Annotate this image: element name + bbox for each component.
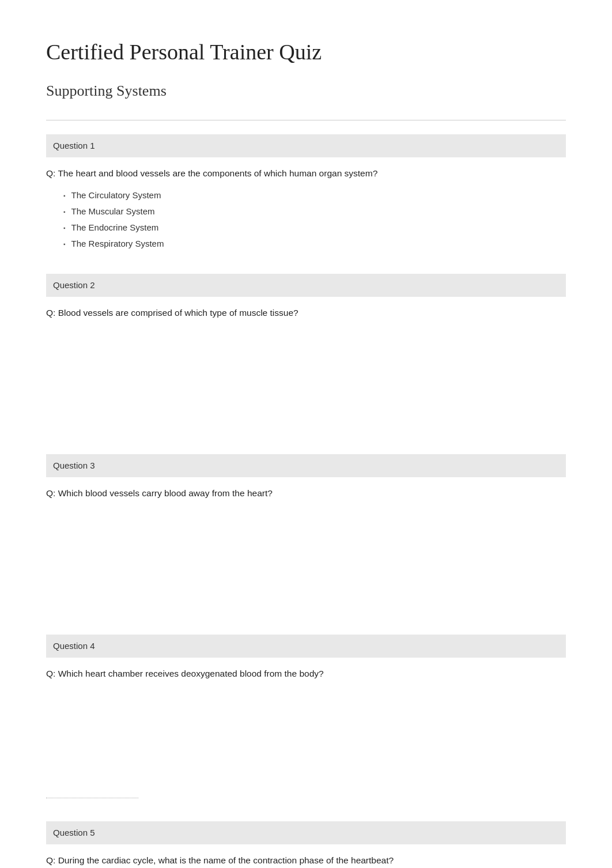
question-block-4: Question 4 Q: Which heart chamber receiv… <box>46 635 566 798</box>
question-header-4: Question 4 <box>46 635 566 658</box>
question-header-1: Question 1 <box>46 134 566 157</box>
question-text-2: Q: Blood vessels are comprised of which … <box>46 306 566 319</box>
answer-option: The Respiratory System <box>71 237 164 251</box>
answer-option: The Circulatory System <box>71 188 161 202</box>
question-label-2: Question 2 <box>53 280 95 290</box>
question-header-2: Question 2 <box>46 274 566 297</box>
question-label-3: Question 3 <box>53 461 95 470</box>
question-label-5: Question 5 <box>53 828 95 837</box>
question-text-1: Q: The heart and blood vessels are the c… <box>46 167 566 180</box>
question-block-2: Question 2 Q: Blood vessels are comprise… <box>46 274 566 431</box>
dotted-divider <box>46 798 138 798</box>
question-header-5: Question 5 <box>46 821 566 844</box>
answer-space-4 <box>46 688 566 780</box>
bullet-icon: ▪ <box>63 240 66 249</box>
answer-option: The Endocrine System <box>71 221 159 235</box>
answer-space-2 <box>46 327 566 431</box>
question-text-3: Q: Which blood vessels carry blood away … <box>46 486 566 500</box>
question-block-3: Question 3 Q: Which blood vessels carry … <box>46 454 566 612</box>
question-label-1: Question 1 <box>53 141 95 150</box>
question-block-1: Question 1 Q: The heart and blood vessel… <box>46 134 566 250</box>
question-text-4: Q: Which heart chamber receives deoxygen… <box>46 667 566 680</box>
list-item: ▪ The Endocrine System <box>63 221 566 235</box>
list-item: ▪ The Muscular System <box>63 205 566 218</box>
answer-list-1: ▪ The Circulatory System ▪ The Muscular … <box>46 188 566 251</box>
bullet-icon: ▪ <box>63 207 66 217</box>
answer-option: The Muscular System <box>71 205 155 218</box>
question-header-3: Question 3 <box>46 454 566 477</box>
question-block-5: Question 5 Q: During the cardiac cycle, … <box>46 821 566 868</box>
list-item: ▪ The Respiratory System <box>63 237 566 251</box>
page-subtitle: Supporting Systems <box>46 79 566 103</box>
divider <box>46 120 566 120</box>
page-title: Certified Personal Trainer Quiz <box>46 35 566 70</box>
bullet-icon: ▪ <box>63 224 66 233</box>
bullet-icon: ▪ <box>63 191 66 201</box>
answer-space-3 <box>46 508 566 612</box>
question-label-4: Question 4 <box>53 641 95 651</box>
question-text-5: Q: During the cardiac cycle, what is the… <box>46 854 566 867</box>
list-item: ▪ The Circulatory System <box>63 188 566 202</box>
